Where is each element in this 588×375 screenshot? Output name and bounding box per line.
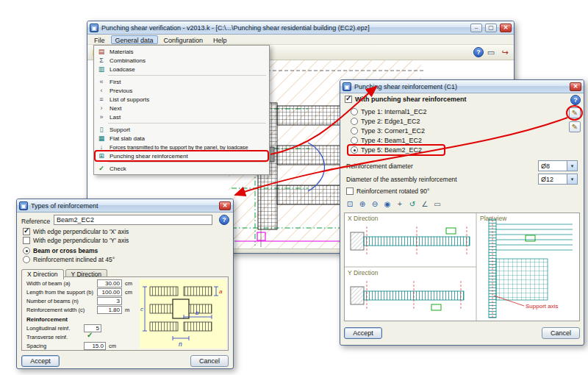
inclined-radio-row[interactable]: Reinforcement inclined at 45°	[23, 256, 115, 263]
menu-item-label: Previous	[110, 88, 132, 94]
menu-item-first[interactable]: «First	[95, 77, 268, 86]
inclined-label: Reinforcement inclined at 45°	[33, 256, 115, 263]
types-titlebar[interactable]: ▣ Types of reinforcement ✕	[17, 199, 233, 213]
menu-item-label: Combinations	[110, 57, 146, 64]
zoom-in-icon[interactable]: ⊕	[356, 199, 368, 210]
minimize-button[interactable]: –	[470, 24, 482, 32]
x-direction-label: X Direction	[348, 215, 379, 222]
edit-type-icon[interactable]: ✎	[569, 107, 581, 118]
zoom-window-icon[interactable]: ⊡	[344, 199, 356, 210]
menu-general-data[interactable]: General data	[111, 35, 158, 44]
menu-item-previous[interactable]: ‹Previous	[95, 86, 268, 95]
edit-reinforcement-icon[interactable]: ✎	[569, 121, 581, 132]
beam-layout-diagram: a c b n	[140, 279, 226, 349]
first-icon: «	[96, 78, 107, 85]
type-4-radio-row[interactable]: Type 4: Beam1_EC2	[351, 137, 422, 144]
menu-item-punching-shear-reinforcement[interactable]: ⊞Punching shear reinforcement	[95, 151, 268, 160]
assembly-diameter-combo[interactable]: Ø12 ▾	[538, 174, 578, 185]
accept-button[interactable]: Accept	[21, 355, 60, 367]
number-of-beams-input[interactable]: 3	[97, 297, 122, 305]
radio-icon	[351, 127, 358, 135]
type-5-label: Type 5: Beam2_EC2	[361, 146, 422, 154]
edge-y-label: With edge perpendicular to 'Y' axis	[33, 237, 129, 244]
radio-icon	[351, 137, 358, 144]
menu-item-last[interactable]: »Last	[95, 113, 268, 121]
diameter-combo[interactable]: Ø8 ▾	[538, 160, 578, 171]
checkbox-icon	[23, 237, 30, 244]
previous-icon: ‹	[96, 87, 107, 94]
close-icon[interactable]: ✕	[219, 201, 231, 210]
checkbox-icon	[23, 228, 30, 235]
loadcase-icon: ▥	[96, 65, 107, 73]
reinf-titlebar[interactable]: ▣ Punching shear reinforcement (C1) ✕	[340, 80, 584, 93]
tab-x-direction[interactable]: X Direction	[21, 269, 64, 279]
rotated-checkbox-row[interactable]: Reinforcement rotated 90°	[346, 188, 429, 195]
reference-label: Reference	[21, 218, 50, 225]
cancel-button[interactable]: Cancel	[542, 327, 580, 339]
general-data-menu: ▤Materials ΣCombinations ▥Loadcase «Firs…	[93, 45, 270, 175]
menu-item-support[interactable]: ▯Support	[95, 125, 268, 134]
forces-icon: ↓	[96, 143, 107, 151]
pan-icon[interactable]: +	[394, 199, 406, 210]
materials-icon: ▤	[96, 48, 107, 55]
menu-item-forces-transmitted[interactable]: ↓Forces transmitted to the support by th…	[95, 143, 268, 151]
beams-radio-row[interactable]: Beam or cross beams	[23, 247, 98, 254]
preview-toolbar: ⊡ ⊕ ⊖ ◉ + ↺ ∠ ▭	[344, 199, 443, 210]
menu-item-label: Forces transmitted to the support by the…	[110, 144, 248, 151]
menu-configuration[interactable]: Configuration	[159, 35, 208, 44]
type-2-label: Type 2: Edge1_EC2	[361, 118, 420, 125]
help-icon[interactable]: ?	[219, 215, 229, 225]
width-of-beam-input[interactable]: 30.00	[97, 279, 122, 288]
help-icon[interactable]: ?	[473, 47, 484, 57]
length-from-support-input[interactable]: 100.00	[97, 288, 122, 296]
print-icon[interactable]: ▭	[431, 199, 443, 210]
reference-input[interactable]: Beam2_EC2	[54, 215, 212, 225]
reinf-window-title: Punching shear reinforcement (C1)	[354, 83, 567, 90]
with-reinforcement-checkbox-row[interactable]: With punching shear reinforcement	[345, 96, 466, 103]
exit-icon[interactable]: ↪	[498, 46, 512, 59]
accept-button[interactable]: Accept	[344, 327, 382, 339]
menu-item-loadcase[interactable]: ▥Loadcase	[95, 65, 268, 74]
edge-y-checkbox-row[interactable]: With edge perpendicular to 'Y' axis	[23, 237, 129, 244]
menubar: File General data Configuration Help	[87, 35, 514, 45]
type-5-radio-row[interactable]: Type 5: Beam2_EC2	[351, 146, 422, 154]
spacing-unit: cm	[109, 343, 116, 349]
print-drawing-icon[interactable]: ▭	[484, 46, 498, 59]
close-button[interactable]: ✕	[500, 24, 512, 32]
menu-item-next[interactable]: ›Next	[95, 104, 268, 113]
chevron-down-icon: ▾	[567, 161, 577, 171]
zoom-out-icon[interactable]: ⊖	[369, 199, 381, 210]
menu-item-flat-slab-data[interactable]: ▦Flat slab data	[95, 134, 268, 143]
transverse-check-icon[interactable]: ✓	[87, 331, 93, 339]
menu-item-combinations[interactable]: ΣCombinations	[95, 56, 268, 65]
types-window-title: Types of reinforcement	[31, 202, 216, 210]
type-1-radio-row[interactable]: Type 1: Internal1_EC2	[351, 108, 427, 115]
redraw-icon[interactable]: ↺	[406, 199, 418, 210]
radio-icon	[351, 108, 358, 115]
reinforcement-preview[interactable]: X Direction Y Direction Plan view Suppor…	[344, 213, 580, 321]
reinforcement-width-input[interactable]: 1.80	[97, 306, 122, 314]
menu-file[interactable]: File	[90, 35, 110, 44]
menu-item-materials[interactable]: ▤Materials	[95, 47, 268, 56]
punching-shear-reinforcement-window: ▣ Punching shear reinforcement (C1) ✕ Wi…	[340, 79, 584, 346]
menu-item-list-of-supports[interactable]: ≡List of supports	[95, 95, 268, 104]
cancel-button[interactable]: Cancel	[190, 355, 229, 367]
types-of-reinforcement-window: ▣ Types of reinforcement ✕ Reference Bea…	[16, 199, 234, 369]
close-icon[interactable]: ✕	[570, 82, 581, 91]
maximize-button[interactable]: ▢	[485, 24, 497, 32]
check-icon: ✓	[96, 165, 107, 172]
spacing-input[interactable]: 15.0	[84, 342, 106, 350]
radio-icon	[23, 256, 30, 263]
help-icon[interactable]: ?	[570, 95, 581, 105]
edge-x-checkbox-row[interactable]: With edge perpendicular to 'X' axis	[23, 228, 129, 235]
transverse-label: Transverse reinf.	[26, 334, 68, 340]
measure-icon[interactable]: ∠	[419, 199, 431, 210]
zoom-all-icon[interactable]: ◉	[381, 199, 393, 210]
type-2-radio-row[interactable]: Type 2: Edge1_EC2	[351, 118, 420, 125]
menu-help[interactable]: Help	[209, 35, 232, 44]
radio-icon	[351, 118, 358, 125]
type-1-label: Type 1: Internal1_EC2	[361, 108, 427, 115]
menu-item-check[interactable]: ✓Check	[95, 164, 268, 173]
main-titlebar[interactable]: ▣ Punching shear verification - v2013.k …	[87, 21, 514, 35]
type-3-radio-row[interactable]: Type 3: Corner1_EC2	[351, 127, 425, 135]
